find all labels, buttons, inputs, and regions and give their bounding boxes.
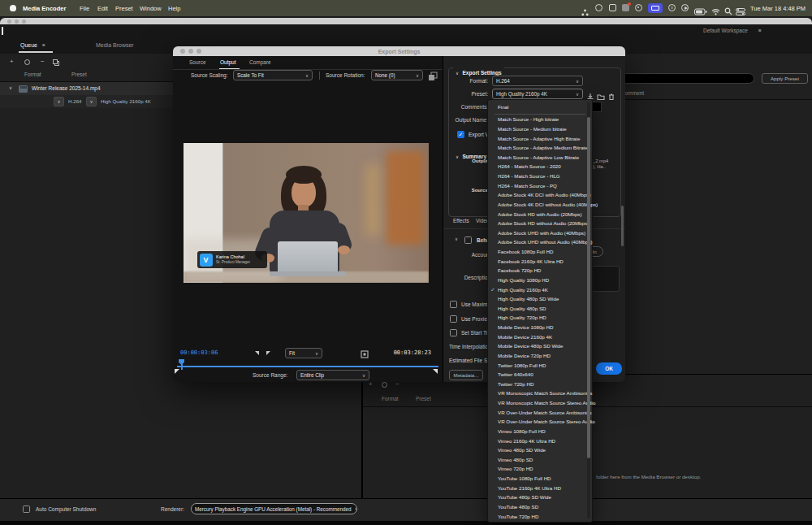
play-circle-icon[interactable]: [681, 4, 689, 11]
queue-job-name[interactable]: Winter Release 2025-14.mp4: [32, 85, 101, 91]
preset-menu-item[interactable]: Match Source - Adaptive High Bitrate: [488, 133, 592, 143]
preset-menu-item[interactable]: High Quality 1080p HD: [488, 276, 592, 285]
screen-mirroring-icon-active[interactable]: [648, 3, 663, 13]
source-rotation-dropdown[interactable]: None (0) ∨: [371, 70, 423, 80]
preset-menu-item[interactable]: YouTube 2160p 4K Ultra HD: [488, 483, 592, 492]
control-center-icon[interactable]: [736, 4, 745, 19]
zoom-window-button[interactable]: [22, 20, 26, 24]
preset-menu-item-pinned[interactable]: Final: [488, 100, 592, 114]
preset-menu-item[interactable]: Adobe Stock 4K DCI with Audio (40Mbps): [488, 190, 592, 200]
preset-dropdown-stub[interactable]: ∨: [86, 97, 97, 106]
preset-menu-item[interactable]: Adobe Stock HD with Audio (20Mbps): [488, 209, 592, 219]
workspace-menu-icon[interactable]: ≡: [758, 28, 762, 34]
preset-menu-item[interactable]: Vimeo 1080p Full HD: [488, 427, 592, 436]
in-point-icon[interactable]: [255, 351, 259, 355]
export-video-checkbox[interactable]: ✓: [457, 131, 464, 138]
preset-menu-item[interactable]: H264 - Match Source - PQ: [488, 180, 592, 190]
workspace-label[interactable]: Default Workspace: [703, 28, 748, 33]
menu-item-help[interactable]: Help: [168, 5, 180, 12]
box-app-icon[interactable]: [609, 4, 616, 11]
add-watch-folder-icon[interactable]: +: [369, 381, 373, 388]
format-dropdown-stub[interactable]: ∨: [54, 97, 64, 106]
preset-menu-item[interactable]: Mobile Device 480p SD Wide: [488, 341, 592, 351]
source-range-dropdown[interactable]: Entire Clip ∨: [296, 370, 369, 380]
tab-compare[interactable]: Compare: [249, 59, 271, 65]
preset-menu-item[interactable]: Twitter 640x640: [488, 370, 592, 380]
panel-menu-icon[interactable]: ≡: [42, 42, 45, 49]
gear-app-icon[interactable]: [635, 4, 642, 11]
preset-menu-item[interactable]: Facebook 2160p 4K Ultra HD: [488, 256, 592, 266]
queue-job-format[interactable]: H.264: [68, 98, 82, 104]
delete-preset-trash-icon[interactable]: [607, 89, 615, 104]
trim-handle-left[interactable]: [175, 369, 179, 374]
menu-clock[interactable]: Tue Mar 18 4:48 PM: [750, 5, 806, 12]
preset-dropdown[interactable]: High Quality 2160p 4K ∨: [492, 89, 583, 99]
remove-job-icon[interactable]: −: [41, 59, 45, 65]
preset-menu-item[interactable]: Twitter 1080p Full HD: [488, 360, 592, 370]
dialog-title-bar[interactable]: Export Settings: [173, 46, 625, 56]
close-window-button[interactable]: [7, 20, 11, 24]
preset-menu-item[interactable]: Twitter 720p HD: [488, 380, 592, 389]
notification-app-icon[interactable]: [622, 4, 629, 11]
watch-col-preset[interactable]: Preset: [416, 396, 431, 401]
preset-menu-item[interactable]: YouTube 1080p Full HD: [488, 474, 592, 484]
tab-source[interactable]: Source: [189, 59, 206, 65]
preset-menu-item[interactable]: High Quality 720p HD: [488, 313, 592, 323]
max-render-quality-checkbox[interactable]: [450, 301, 457, 308]
fit-dropdown[interactable]: Fit ∨: [285, 348, 322, 358]
menu-item-window[interactable]: Window: [140, 5, 162, 12]
preset-menu-item[interactable]: Vimeo 2160p 4K Ultra HD: [488, 436, 592, 445]
chevron-down-icon[interactable]: ∨: [455, 236, 458, 241]
menu-item-file[interactable]: File: [80, 5, 89, 12]
minimize-window-button[interactable]: [15, 20, 19, 24]
set-start-timecode-checkbox[interactable]: [450, 329, 457, 336]
watch-settings-icon[interactable]: [382, 382, 387, 388]
tab-effects[interactable]: Effects: [453, 218, 469, 223]
tab-media-browser[interactable]: Media Browser: [96, 42, 134, 48]
apple-icon[interactable]: [10, 5, 16, 11]
preset-menu-item[interactable]: VR Over-Under Match Source Stereo Audio: [488, 417, 592, 427]
chevron-down-icon[interactable]: ∨: [9, 85, 12, 90]
menu-app-name[interactable]: Media Encoder: [23, 5, 66, 12]
preset-menu-item[interactable]: High Quality 480p SD Wide: [488, 294, 592, 304]
watch-col-format[interactable]: Format: [382, 396, 399, 401]
queue-col-format[interactable]: Format: [24, 72, 41, 77]
preset-menu-item[interactable]: Adobe Stock UHD with Audio (40Mbps): [488, 228, 592, 238]
settings-icon[interactable]: [24, 59, 30, 65]
camera-app-icon[interactable]: [595, 4, 603, 11]
preset-menu-item[interactable]: VR Monoscopic Match Source Ambisonics: [488, 388, 592, 398]
apply-preset-button[interactable]: Apply Preset: [762, 73, 808, 84]
hub-icon[interactable]: [581, 5, 589, 20]
use-proxies-checkbox[interactable]: [450, 315, 457, 323]
preset-menu-item[interactable]: High Quality 480p SD: [488, 304, 592, 314]
metadata-button[interactable]: Metadata...: [449, 370, 483, 380]
preset-menu-item[interactable]: Adobe Stock UHD without Audio (40Mbps): [488, 237, 592, 247]
tab-queue[interactable]: Queue: [20, 42, 37, 48]
preset-menu-item[interactable]: Match Source - Medium bitrate: [488, 124, 592, 134]
behance-checkbox[interactable]: [464, 236, 472, 244]
timeline-track[interactable]: [177, 366, 438, 367]
preset-menu-item[interactable]: VR Monoscopic Match Source Stereo Audio: [488, 398, 592, 408]
search-icon[interactable]: [724, 4, 732, 19]
preset-menu-item[interactable]: Mobile Device 720p HD: [488, 351, 592, 361]
settings-scrollbar-thumb[interactable]: [621, 206, 624, 246]
preset-menu-item[interactable]: Adobe Stock HD without Audio (20Mbps): [488, 219, 592, 228]
preset-menu-item[interactable]: Vimeo 480p SD: [488, 455, 592, 465]
format-dropdown[interactable]: H.264 ∨: [492, 76, 583, 86]
remove-watch-folder-icon[interactable]: −: [395, 381, 400, 388]
add-job-icon[interactable]: +: [10, 59, 14, 65]
queue-col-preset[interactable]: Preset: [71, 72, 87, 77]
auto-shutdown-checkbox[interactable]: [23, 505, 30, 513]
queue-job-preset[interactable]: High Quality 2160p 4K: [101, 98, 151, 104]
trim-handle-right[interactable]: [433, 369, 438, 374]
video-preview[interactable]: V Karina Chohal Sr. Product Manager: [184, 143, 429, 283]
preset-menu-item[interactable]: Mobile Device 2160p 4K: [488, 332, 592, 341]
ok-button[interactable]: OK: [596, 362, 622, 375]
preset-menu-item[interactable]: VR Over-Under Match Source Ambisonics: [488, 407, 592, 417]
preset-menu-item[interactable]: Facebook 1080p Full HD: [488, 247, 592, 257]
preset-menu-item[interactable]: Facebook 720p HD: [488, 266, 592, 276]
preset-menu-item[interactable]: Vimeo 480p SD Wide: [488, 445, 592, 455]
source-scaling-dropdown[interactable]: Scale To Fit ∨: [233, 70, 313, 80]
preset-menu-item[interactable]: ✓High Quality 2160p 4K: [488, 284, 592, 294]
preset-menu-item[interactable]: Match Source - Adaptive Low Bitrate: [488, 153, 592, 163]
